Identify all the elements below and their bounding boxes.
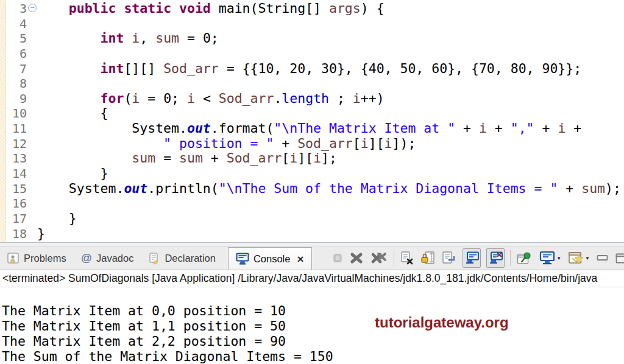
show-stdout-icon[interactable] bbox=[463, 248, 481, 268]
eclipse-window: 3− public static void main(String[] args… bbox=[0, 0, 624, 364]
code-line[interactable]: 11 System.out.format("\nThe Matrix Item … bbox=[0, 121, 624, 136]
javadoc-icon: @ bbox=[81, 252, 92, 265]
fold-collapse-icon[interactable]: − bbox=[28, 4, 37, 12]
line-number: 4 bbox=[0, 16, 27, 32]
code-text: int[][] Sod_arr = {{10, 20, 30}, {40, 50… bbox=[37, 61, 581, 77]
code-text: for(i = 0; i < Sod_arr.length ; i++) bbox=[37, 91, 385, 107]
tab-javadoc[interactable]: @ Javadoc bbox=[74, 247, 141, 270]
code-line[interactable]: 4 bbox=[0, 16, 624, 32]
tab-label: Console bbox=[254, 253, 291, 265]
watermark-text: tutorialgateway.org bbox=[375, 314, 509, 331]
console-output-line: The Sum of the Matrix Diagonal Items = 1… bbox=[2, 349, 624, 364]
code-text: public static void main(String[] args) { bbox=[37, 1, 385, 16]
code-area[interactable]: 3− public static void main(String[] args… bbox=[0, 1, 624, 241]
code-line[interactable]: 14 } bbox=[0, 166, 624, 181]
line-number: 12 bbox=[0, 136, 27, 152]
line-number: 15 bbox=[0, 181, 27, 197]
code-line[interactable]: 15 System.out.println("\nThe Sum of the … bbox=[0, 181, 624, 197]
code-line[interactable]: 6 bbox=[0, 46, 624, 61]
chevron-down-icon: ▼ bbox=[556, 256, 561, 261]
toolbar-separator bbox=[394, 250, 394, 266]
remove-launch-icon[interactable] bbox=[349, 248, 364, 268]
code-line[interactable]: 10 { bbox=[0, 106, 624, 121]
code-text: System.out.println("\nThe Sum of the Mat… bbox=[37, 181, 621, 197]
code-line[interactable]: 3− public static void main(String[] args… bbox=[0, 1, 624, 16]
minimize-icon[interactable] bbox=[596, 248, 609, 268]
code-text: sum = sum + Sod_arr[i][i]; bbox=[37, 151, 337, 166]
line-number: 13 bbox=[0, 151, 27, 166]
chevron-down-icon: ▼ bbox=[585, 256, 590, 261]
code-line[interactable]: 8 bbox=[0, 76, 624, 91]
code-text: " position = " + Sod_arr[i][i]); bbox=[37, 136, 416, 152]
maximize-icon[interactable] bbox=[615, 248, 624, 268]
line-number: 9 bbox=[0, 91, 27, 107]
code-text: } bbox=[37, 211, 77, 226]
launch-status: <terminated> SumOfDiagonals [Java Applic… bbox=[2, 272, 597, 285]
line-number: 6 bbox=[0, 46, 27, 61]
code-text: } bbox=[37, 166, 108, 181]
console-output-line: The Matrix Item at 1,1 position = 50 bbox=[2, 318, 624, 334]
line-number: 11 bbox=[0, 121, 27, 136]
code-line[interactable]: 12 " position = " + Sod_arr[i][i]); bbox=[0, 136, 624, 152]
line-number: 18 bbox=[0, 226, 27, 242]
editor-panel-sash[interactable] bbox=[0, 242, 624, 247]
scroll-lock-icon[interactable] bbox=[420, 248, 436, 268]
code-line[interactable]: 5 int i, sum = 0; bbox=[0, 31, 624, 46]
declaration-icon bbox=[148, 253, 160, 265]
code-text: { bbox=[37, 106, 108, 121]
console-view[interactable]: The Matrix Item at 0,0 position = 10The … bbox=[0, 287, 624, 364]
console-output-line: The Matrix Item at 2,2 position = 90 bbox=[2, 334, 624, 349]
code-line[interactable]: 9 for(i = 0; i < Sod_arr.length ; i++) bbox=[0, 91, 624, 107]
console-toolbar: ▼ ▼ bbox=[333, 247, 624, 270]
code-editor[interactable]: 3− public static void main(String[] args… bbox=[0, 0, 624, 242]
problems-icon bbox=[7, 253, 20, 264]
clear-console-icon[interactable] bbox=[400, 248, 414, 268]
line-number: 14 bbox=[0, 166, 27, 181]
remove-all-terminated-icon[interactable] bbox=[370, 248, 388, 268]
code-line[interactable]: 17 } bbox=[0, 211, 624, 226]
code-line[interactable]: 13 sum = sum + Sod_arr[i][i]; bbox=[0, 151, 624, 166]
line-number: 17 bbox=[0, 211, 27, 226]
line-number: 10 bbox=[0, 106, 27, 121]
console-output: The Matrix Item at 0,0 position = 10The … bbox=[0, 287, 624, 364]
word-wrap-icon[interactable] bbox=[441, 248, 457, 268]
console-output-line: The Matrix Item at 0,0 position = 10 bbox=[2, 303, 624, 318]
code-line[interactable]: 18} bbox=[0, 226, 624, 242]
line-number: 5 bbox=[0, 31, 27, 46]
code-line[interactable]: 7 int[][] Sod_arr = {{10, 20, 30}, {40, … bbox=[0, 61, 624, 77]
line-number: 7 bbox=[0, 61, 27, 77]
tab-label: Javadoc bbox=[96, 253, 133, 264]
show-stderr-icon[interactable] bbox=[486, 248, 505, 268]
console-status-line: <terminated> SumOfDiagonals [Java Applic… bbox=[0, 270, 624, 287]
tab-declaration[interactable]: Declaration bbox=[141, 247, 222, 270]
line-number: 16 bbox=[0, 196, 27, 211]
tab-label: Problems bbox=[24, 253, 66, 264]
tab-console[interactable]: Console × bbox=[228, 247, 312, 270]
code-text: } bbox=[37, 226, 45, 242]
toolbar-separator bbox=[510, 250, 511, 266]
tab-problems[interactable]: Problems bbox=[0, 247, 74, 270]
tab-label: Declaration bbox=[165, 253, 215, 264]
code-line[interactable]: 16 bbox=[0, 196, 624, 211]
code-text: System.out.format("\nThe Matrix Item at … bbox=[37, 121, 581, 136]
pin-console-icon[interactable] bbox=[516, 248, 533, 268]
open-console-icon[interactable]: ▼ bbox=[567, 248, 590, 268]
terminate-icon[interactable] bbox=[333, 248, 343, 268]
display-selected-console-icon[interactable]: ▼ bbox=[539, 248, 562, 268]
code-text: int i, sum = 0; bbox=[37, 31, 219, 46]
line-number: 3 bbox=[0, 1, 27, 16]
console-icon bbox=[236, 253, 249, 265]
close-icon[interactable]: × bbox=[297, 253, 303, 265]
line-number: 8 bbox=[0, 76, 27, 91]
